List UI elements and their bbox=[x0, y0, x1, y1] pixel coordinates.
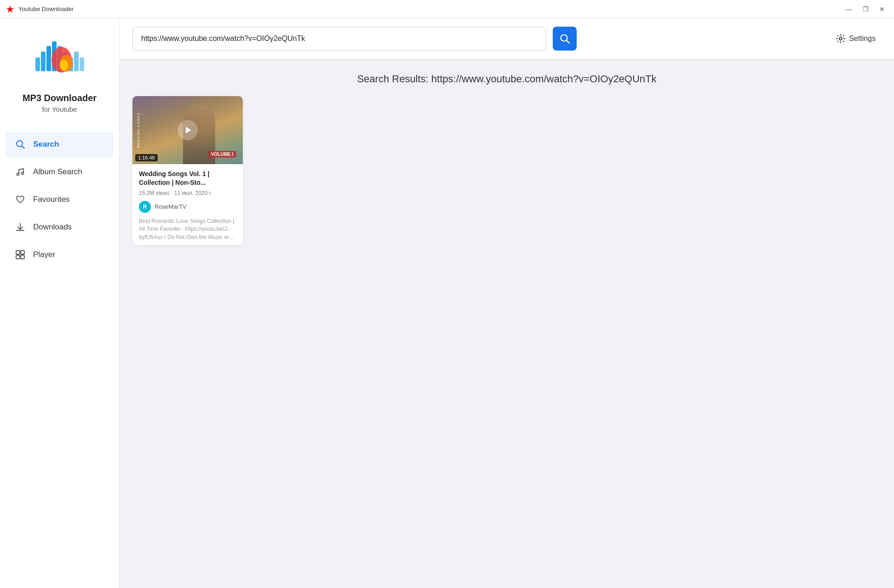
results-area: Search Results: https://www.youtube.com/… bbox=[120, 59, 894, 588]
svg-rect-2 bbox=[41, 51, 46, 71]
svg-marker-24 bbox=[186, 127, 191, 133]
svg-rect-17 bbox=[16, 251, 20, 254]
sidebar-item-player[interactable]: Player bbox=[6, 242, 114, 268]
maximize-button[interactable]: ❐ bbox=[859, 3, 872, 16]
svg-point-16 bbox=[22, 172, 24, 175]
gear-icon bbox=[836, 34, 845, 43]
search-icon bbox=[15, 139, 26, 150]
thumbnail-vol-label: VOLUME I bbox=[208, 149, 236, 158]
channel-avatar: R bbox=[139, 201, 151, 213]
download-icon bbox=[15, 222, 26, 233]
sidebar-item-album-search[interactable]: Album Search bbox=[6, 159, 114, 185]
title-bar-title: Youtube Downloader bbox=[18, 6, 74, 12]
search-submit-button[interactable] bbox=[553, 27, 577, 51]
logo-container: MP3 Downloader for Youtube bbox=[23, 32, 97, 113]
app-subtitle: for Youtube bbox=[42, 105, 77, 113]
search-submit-icon bbox=[559, 33, 570, 44]
svg-point-23 bbox=[839, 37, 842, 40]
card-description: Best Romantic Love Songs Collection | Al… bbox=[139, 217, 236, 241]
results-title: Search Results: https://www.youtube.com/… bbox=[132, 73, 881, 85]
svg-line-22 bbox=[567, 40, 569, 43]
sidebar-item-downloads-label: Downloads bbox=[33, 223, 72, 232]
main-layout: MP3 Downloader for Youtube Search bbox=[0, 18, 894, 588]
nav-menu: Search Album Search bbox=[0, 131, 119, 268]
thumbnail-bg: WEDDING SONGS VOLUME I bbox=[132, 96, 243, 164]
thumbnail-side-text: WEDDING SONGS bbox=[137, 101, 140, 160]
search-input-wrapper bbox=[132, 27, 546, 51]
close-button[interactable]: ✕ bbox=[876, 3, 888, 16]
card-date: 11 июл. 2020 г. bbox=[174, 190, 212, 196]
svg-rect-9 bbox=[80, 57, 84, 71]
svg-rect-20 bbox=[21, 255, 24, 259]
settings-button[interactable]: Settings bbox=[831, 30, 881, 47]
content-area: Settings Search Results: https://www.you… bbox=[120, 18, 894, 588]
card-title: Wedding Songs Vol. 1 | Collection | Non-… bbox=[139, 170, 236, 187]
title-bar-controls: — ❐ ✕ bbox=[842, 3, 888, 16]
svg-line-14 bbox=[22, 146, 25, 149]
play-button[interactable] bbox=[178, 120, 198, 140]
music-note-icon bbox=[15, 166, 26, 177]
player-icon bbox=[15, 249, 26, 260]
sidebar-item-favourites[interactable]: Favourites bbox=[6, 187, 114, 212]
sidebar-item-favourites-label: Favourites bbox=[33, 195, 69, 204]
app-logo bbox=[32, 32, 87, 87]
svg-marker-0 bbox=[6, 6, 14, 13]
results-grid: WEDDING SONGS VOLUME I bbox=[132, 96, 881, 245]
sidebar-item-player-label: Player bbox=[33, 250, 55, 259]
title-bar: Youtube Downloader — ❐ ✕ bbox=[0, 0, 894, 18]
card-info: Wedding Songs Vol. 1 | Collection | Non-… bbox=[132, 164, 243, 245]
svg-rect-19 bbox=[16, 255, 20, 259]
channel-initial: R bbox=[143, 204, 147, 210]
sidebar-item-album-search-label: Album Search bbox=[33, 167, 82, 177]
svg-rect-3 bbox=[46, 46, 51, 71]
title-bar-left: Youtube Downloader bbox=[6, 5, 74, 14]
settings-label: Settings bbox=[849, 34, 876, 43]
svg-rect-1 bbox=[35, 57, 40, 71]
url-search-input[interactable] bbox=[132, 27, 546, 51]
svg-point-15 bbox=[17, 173, 19, 176]
minimize-button[interactable]: — bbox=[842, 3, 855, 16]
heart-icon bbox=[15, 194, 26, 205]
search-bar-area: Settings bbox=[120, 18, 894, 59]
sidebar-item-search[interactable]: Search bbox=[6, 131, 114, 157]
sidebar-item-search-label: Search bbox=[33, 140, 59, 149]
play-icon bbox=[183, 126, 192, 135]
sidebar-item-downloads[interactable]: Downloads bbox=[6, 214, 114, 240]
duration-badge: 1:16:48 bbox=[135, 154, 158, 161]
sidebar: MP3 Downloader for Youtube Search bbox=[0, 18, 120, 588]
results-title-prefix: Search Results: bbox=[357, 73, 431, 85]
app-name: MP3 Downloader bbox=[23, 93, 97, 103]
card-meta-separator: · bbox=[171, 190, 174, 196]
card-meta: 15.2M views · 11 июл. 2020 г. bbox=[139, 190, 236, 196]
thumbnail-container: WEDDING SONGS VOLUME I bbox=[132, 96, 243, 164]
svg-rect-18 bbox=[21, 251, 24, 254]
app-icon-small bbox=[6, 5, 15, 14]
channel-name: RoseMarTV bbox=[155, 203, 186, 210]
results-query: https://www.youtube.com/watch?v=OIOy2eQU… bbox=[431, 73, 657, 85]
card-views: 15.2M views bbox=[139, 190, 170, 196]
svg-point-12 bbox=[60, 60, 68, 71]
card-channel: R RoseMarTV bbox=[139, 201, 236, 213]
svg-rect-8 bbox=[74, 51, 79, 71]
video-card[interactable]: WEDDING SONGS VOLUME I bbox=[132, 96, 243, 245]
